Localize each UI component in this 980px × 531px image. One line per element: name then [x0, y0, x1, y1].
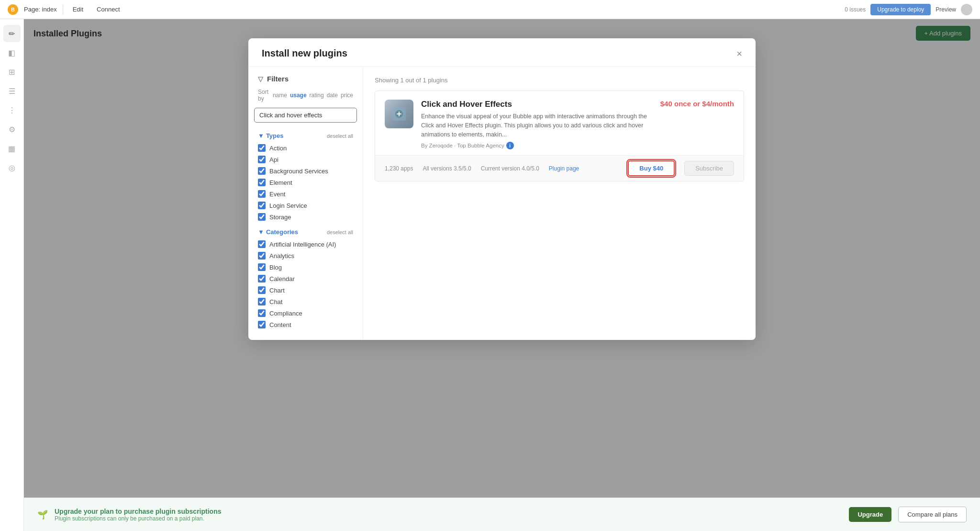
modal-overlay: Install new plugins × ▽ Filters Sort by …: [24, 19, 980, 531]
filter-label-compliance: Compliance: [269, 310, 302, 317]
filter-label-event: Event: [269, 191, 285, 198]
types-deselect-all[interactable]: deselect all: [327, 133, 353, 139]
filter-item-element: Element: [258, 177, 353, 188]
checkbox-chat[interactable]: [258, 298, 266, 305]
filter-item-event: Event: [258, 188, 353, 200]
checkbox-storage[interactable]: [258, 213, 266, 221]
sort-row: Sort by name usage rating date price: [248, 89, 363, 108]
filter-label-analytics: Analytics: [269, 252, 294, 260]
filter-item-compliance: Compliance: [258, 307, 353, 319]
buy-button[interactable]: Buy $40: [628, 160, 675, 176]
plugin-apps-count: 1,230 apps: [385, 165, 413, 172]
sort-rating[interactable]: rating: [310, 92, 324, 99]
upgrade-icon: 🌱: [37, 509, 48, 520]
checkbox-content[interactable]: [258, 321, 266, 328]
filter-item-blog: Blog: [258, 261, 353, 273]
edit-nav-button[interactable]: Edit: [69, 5, 87, 14]
filter-item-api: Api: [258, 154, 353, 165]
upgrade-subtitle: Plugin subscriptions can only be purchas…: [55, 515, 842, 522]
upgrade-bar: 🌱 Upgrade your plan to purchase plugin s…: [24, 497, 980, 531]
topbar-right: 0 issues Upgrade to deploy Preview: [845, 4, 972, 15]
checkbox-element[interactable]: [258, 179, 266, 186]
topbar-divider: [63, 5, 63, 14]
sort-name[interactable]: name: [273, 92, 287, 99]
checkbox-blog[interactable]: [258, 263, 266, 271]
checkbox-api[interactable]: [258, 156, 266, 163]
plugin-page-link[interactable]: Plugin page: [549, 165, 579, 172]
sort-date[interactable]: date: [327, 92, 338, 99]
sidebar-icon-pencil[interactable]: ✏: [3, 25, 21, 42]
checkbox-login-service[interactable]: [258, 202, 266, 209]
filter-label-element: Element: [269, 179, 292, 186]
sort-label: Sort by: [258, 89, 270, 102]
filter-label-login-service: Login Service: [269, 202, 307, 209]
search-wrapper: [248, 108, 363, 128]
types-title[interactable]: ▼ Types: [258, 132, 283, 139]
upgrade-to-deploy-button[interactable]: Upgrade to deploy: [870, 4, 931, 15]
checkbox-event[interactable]: [258, 190, 266, 198]
sort-usage[interactable]: usage: [290, 92, 307, 99]
categories-title[interactable]: ▼ Categories: [258, 228, 298, 236]
sidebar-icon-globe[interactable]: ◎: [3, 159, 21, 176]
categories-deselect-all[interactable]: deselect all: [327, 229, 353, 235]
checkbox-compliance[interactable]: [258, 309, 266, 317]
upgrade-action-button[interactable]: Upgrade: [849, 507, 891, 522]
preview-button[interactable]: Preview: [935, 6, 956, 13]
checkbox-ai[interactable]: [258, 240, 266, 248]
filter-item-ai: Artificial Intelligence (AI): [258, 238, 353, 250]
types-section: ▼ Types deselect all Action Api: [248, 128, 363, 225]
modal-header: Install new plugins ×: [248, 38, 756, 67]
plugin-current-version: Current version 4.0/5.0: [481, 165, 539, 172]
user-avatar: [961, 4, 972, 15]
checkbox-calendar[interactable]: [258, 275, 266, 282]
checkbox-analytics[interactable]: [258, 252, 266, 260]
sidebar-icon-grid[interactable]: ⊞: [3, 63, 21, 80]
filter-item-content: Content: [258, 319, 353, 330]
left-sidebar: ✏ ◧ ⊞ ☰ ⋮ ⚙ ▦ ◎: [0, 19, 24, 531]
sidebar-icon-data[interactable]: ⋮: [3, 102, 21, 119]
filter-item-storage: Storage: [258, 211, 353, 223]
plugin-name: Click and Hover Effects: [421, 100, 653, 109]
sidebar-icon-settings[interactable]: ⚙: [3, 121, 21, 138]
sidebar-icon-layers[interactable]: ◧: [3, 44, 21, 61]
plugin-card: Click and Hover Effects Enhance the visu…: [375, 90, 744, 181]
compare-plans-button[interactable]: Compare all plans: [898, 507, 967, 522]
filter-item-login-service: Login Service: [258, 200, 353, 211]
checkbox-action[interactable]: [258, 144, 266, 152]
filter-icon: ▽: [258, 75, 263, 83]
filter-label-content: Content: [269, 321, 291, 328]
filter-label-calendar: Calendar: [269, 275, 295, 282]
checkbox-chart[interactable]: [258, 286, 266, 294]
filter-item-chat: Chat: [258, 296, 353, 307]
info-icon[interactable]: i: [506, 142, 514, 149]
plugin-all-versions: All versions 3.5/5.0: [423, 165, 471, 172]
filter-item-background-services: Background Services: [258, 165, 353, 177]
sort-price[interactable]: price: [341, 92, 353, 99]
filter-label-ai: Artificial Intelligence (AI): [269, 241, 336, 248]
categories-section: ▼ Categories deselect all Artificial Int…: [248, 225, 363, 332]
sidebar-icon-chart[interactable]: ▦: [3, 140, 21, 157]
filter-item-analytics: Analytics: [258, 250, 353, 261]
modal-close-button[interactable]: ×: [736, 49, 742, 58]
subscribe-button[interactable]: Subscribe: [684, 161, 734, 176]
types-section-header: ▼ Types deselect all: [258, 132, 353, 139]
sidebar-icon-list[interactable]: ☰: [3, 82, 21, 100]
plugin-card-bottom: 1,230 apps All versions 3.5/5.0 Current …: [375, 155, 744, 181]
plugin-price: $40 once or $4/month: [660, 100, 734, 108]
plugin-search-input[interactable]: [254, 108, 357, 123]
install-plugins-modal: Install new plugins × ▽ Filters Sort by …: [248, 38, 756, 340]
modal-title: Install new plugins: [262, 48, 347, 59]
filter-item-action: Action: [258, 142, 353, 154]
checkbox-background-services[interactable]: [258, 167, 266, 175]
plugin-thumb-visual: [385, 100, 413, 128]
showing-count: Showing 1 out of 1 plugins: [375, 77, 744, 84]
filter-label: Filters: [267, 75, 289, 83]
filter-item-calendar: Calendar: [258, 273, 353, 284]
topbar: B Page: index Edit Connect 0 issues Upgr…: [0, 0, 980, 19]
filter-label-storage: Storage: [269, 214, 291, 221]
issues-count: 0 issues: [845, 6, 866, 13]
filter-label-blog: Blog: [269, 264, 282, 271]
filter-item-chart: Chart: [258, 284, 353, 296]
plugin-description: Enhance the visual appeal of your Bubble…: [421, 112, 653, 139]
connect-nav-button[interactable]: Connect: [93, 5, 123, 14]
